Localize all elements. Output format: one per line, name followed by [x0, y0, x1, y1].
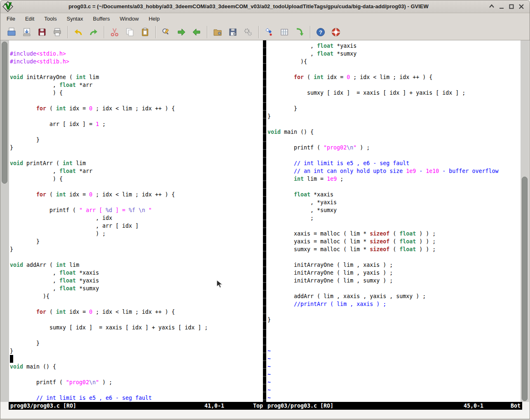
- left-status-position: Top: [253, 402, 263, 410]
- code-line: [10, 183, 263, 191]
- gvim-window: prog03.c = (~/Documents/a03_hobby/a03_3d…: [0, 0, 530, 420]
- code-line: [267, 65, 521, 73]
- save-all-button[interactable]: [37, 27, 47, 37]
- code-line: [267, 222, 521, 230]
- editor-pane-right[interactable]: , float *yaxis , float *sumxy ){ for ( i…: [266, 40, 521, 402]
- code-line: [10, 112, 263, 120]
- menu-item-edit[interactable]: Edit: [25, 16, 34, 22]
- code-line: [267, 324, 521, 331]
- code-line: [10, 42, 263, 50]
- code-line: }: [10, 245, 263, 253]
- find-replace-button[interactable]: [161, 27, 171, 37]
- window-vertical-separator[interactable]: [263, 40, 266, 402]
- find-replace-icon: [161, 27, 171, 37]
- code-line: [10, 386, 263, 394]
- code-line: }: [10, 136, 263, 144]
- cut-icon: [110, 27, 120, 37]
- code-line: }: [10, 347, 263, 355]
- code-line: ;: [267, 214, 521, 222]
- code-line: [267, 81, 521, 89]
- code-line: , idx: [10, 214, 263, 222]
- window-bottom-frame: [0, 418, 530, 420]
- code-line: [10, 331, 263, 339]
- left-status-filename: prog03/prog03.c [RO]: [10, 402, 76, 410]
- code-line: initArrayOne ( lim , yaxis ) ;: [267, 269, 521, 277]
- close-button[interactable]: [518, 3, 525, 10]
- menu-bar: FileEditToolsSyntaxBuffersWindowHelp: [0, 13, 530, 24]
- shade-button[interactable]: [488, 3, 495, 10]
- save-button[interactable]: [22, 27, 32, 37]
- find-help-icon: [331, 27, 341, 37]
- code-line: [267, 183, 521, 191]
- code-line: //printArr ( lim , xaxis ) ;: [267, 300, 521, 308]
- code-line: // int limit is e5 , e6 - seg fault: [10, 394, 263, 402]
- undo-button[interactable]: [73, 27, 83, 37]
- right-scrollbar[interactable]: [521, 40, 529, 402]
- code-line: , arr [ idx ]: [10, 222, 263, 230]
- menu-item-tools[interactable]: Tools: [44, 16, 56, 22]
- toolbar-separator: [104, 26, 105, 38]
- open-icon: [7, 27, 16, 37]
- left-scrollbar-thumb[interactable]: [2, 42, 7, 184]
- redo-button[interactable]: [89, 27, 98, 37]
- make-button[interactable]: [264, 27, 274, 37]
- find-prev-button[interactable]: [192, 27, 202, 37]
- code-line: ) ;: [10, 230, 263, 238]
- run-script-button[interactable]: [243, 27, 253, 37]
- code-line: [267, 285, 521, 292]
- code-line: [267, 308, 521, 316]
- help-icon: ?: [316, 27, 326, 37]
- cut-button[interactable]: [110, 27, 120, 37]
- open-button[interactable]: [7, 27, 16, 37]
- tag-jump-icon: [295, 27, 305, 37]
- svg-text:?: ?: [319, 29, 322, 35]
- code-line: void printArr ( int lim: [10, 159, 263, 167]
- make-icon: [264, 27, 274, 37]
- command-line-area[interactable]: [0, 410, 530, 418]
- find-help-button[interactable]: [331, 27, 341, 37]
- code-line: [10, 300, 263, 308]
- maximize-button[interactable]: [508, 3, 515, 10]
- print-button[interactable]: [52, 27, 62, 37]
- menu-item-buffers[interactable]: Buffers: [93, 16, 110, 22]
- help-button[interactable]: ?: [316, 27, 326, 37]
- load-session-button[interactable]: [213, 27, 223, 37]
- title-bar[interactable]: prog03.c = (~/Documents/a03_hobby/a03_3d…: [0, 0, 530, 13]
- menu-item-help[interactable]: Help: [149, 16, 160, 22]
- print-icon: [52, 27, 62, 37]
- code-line: initArrayOne ( lim , sumxy ) ;: [267, 277, 521, 285]
- toolbar-separator: [155, 26, 156, 38]
- copy-icon: [125, 27, 135, 37]
- code-line: ~: [267, 355, 521, 363]
- tag-jump-button[interactable]: [295, 27, 305, 37]
- menu-item-syntax[interactable]: Syntax: [67, 16, 83, 22]
- right-scrollbar-thumb[interactable]: [522, 177, 528, 401]
- save-session-button[interactable]: [228, 27, 238, 37]
- code-line: #include<stdio.h>: [10, 50, 263, 58]
- right-status-ruler: 45,0-1: [464, 402, 483, 410]
- code-line: [10, 97, 263, 105]
- code-line: [267, 136, 521, 144]
- editor-pane-left[interactable]: #include<stdio.h>#include<stdlib.h>void …: [9, 40, 263, 402]
- run-ctags-button[interactable]: [279, 27, 289, 37]
- code-line: [10, 316, 263, 324]
- code-line: printf ( "prog02\n" ) ;: [10, 378, 263, 386]
- copy-button[interactable]: [125, 27, 135, 37]
- code-line: , float *xaxis: [10, 269, 263, 277]
- code-line: printf ( " arr [ %d ] = %f \n ": [10, 206, 263, 214]
- menu-item-file[interactable]: File: [7, 16, 15, 22]
- window-title: prog03.c = (~/Documents/a03_hobby/a03_3d…: [25, 0, 472, 13]
- code-line: , float *arr: [10, 81, 263, 89]
- minimize-button[interactable]: [498, 3, 505, 10]
- code-line: [10, 371, 263, 378]
- menu-item-window[interactable]: Window: [120, 16, 138, 22]
- left-scrollbar[interactable]: [0, 40, 9, 402]
- code-line: for ( int idx = 0 ; idx < lim ; idx ++ )…: [10, 308, 263, 316]
- find-next-button[interactable]: [176, 27, 186, 37]
- code-line: void addArr ( int lim: [10, 261, 263, 269]
- code-line: }: [267, 316, 521, 324]
- paste-button[interactable]: [140, 27, 150, 37]
- find-prev-icon: [192, 27, 202, 37]
- code-line: [10, 65, 263, 73]
- code-line: [267, 97, 521, 105]
